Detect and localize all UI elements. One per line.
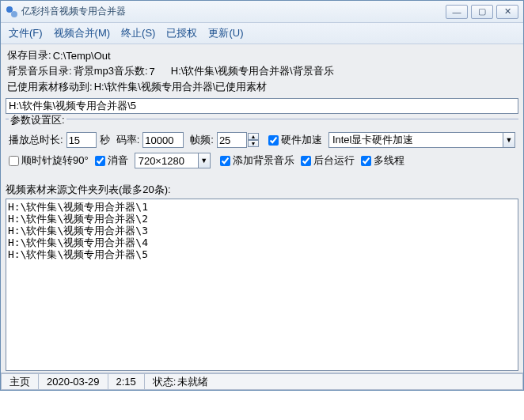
fps-down-button[interactable]: ▼ [248,140,259,147]
addbgm-checkbox[interactable] [220,156,230,166]
hwaccel-checkbox-wrap[interactable]: 硬件加速 [268,133,322,147]
save-dir-row: 保存目录: C:\Temp\Out [6,47,518,63]
source-listbox[interactable]: H:\软件集\视频专用合并器\1H:\软件集\视频专用合并器\2H:\软件集\视… [6,199,518,371]
duration-unit: 秒 [100,133,110,147]
source-list-label: 视频素材来源文件夹列表(最多20条): [6,183,518,197]
rotate-checkbox[interactable] [9,156,19,166]
used-row: 已使用素材移动到: H:\软件集\视频专用合并器\已使用素材 [6,79,518,95]
path-input-row [6,98,518,114]
bgm-path-value: H:\软件集\视频专用合并器\背景音乐 [171,64,334,78]
params-fieldset: 参数设置区: 播放总时长: 秒 码率: 帧频: ▲ ▼ 硬件加速 [6,119,518,180]
hwaccel-checkbox[interactable] [268,135,279,146]
status-date: 2020-03-29 [38,373,108,390]
app-window: 亿彩抖音视频专用合并器 — ▢ ✕ 文件(F) 视频合并(M) 终止(S) 已授… [0,0,524,391]
menubar: 文件(F) 视频合并(M) 终止(S) 已授权 更新(U) [1,23,523,44]
svg-point-1 [11,11,17,17]
status-state: 状态: 未就绪 [144,373,523,390]
maximize-button[interactable]: ▢ [471,5,493,19]
menu-update[interactable]: 更新(U) [208,26,243,40]
background-label: 后台运行 [313,153,355,168]
used-path-value: H:\软件集\视频专用合并器\已使用素材 [94,80,268,94]
rotate-checkbox-wrap[interactable]: 顺时针旋转90° [9,153,89,168]
hwaccel-combo-text: Intel显卡硬件加速 [328,132,503,148]
save-dir-value: C:\Temp\Out [53,50,111,62]
chevron-down-icon[interactable]: ▼ [198,153,211,168]
resolution-combo-text: 720×1280 [135,153,198,168]
background-checkbox[interactable] [301,156,311,166]
fps-up-button[interactable]: ▲ [248,133,259,140]
bgm-dir-label: 背景音乐目录: [7,64,72,78]
chevron-down-icon[interactable]: ▼ [503,132,515,148]
bgm-count-label: 背景mp3音乐数: [74,64,148,78]
status-time: 2:15 [108,373,144,390]
bgm-dir-row: 背景音乐目录: 背景mp3音乐数: 7 H:\软件集\视频专用合并器\背景音乐 [6,63,518,79]
mute-checkbox-wrap[interactable]: 消音 [95,153,128,168]
duration-label: 播放总时长: [9,133,63,147]
fps-label: 帧频: [190,133,214,147]
list-item[interactable]: H:\软件集\视频专用合并器\4 [8,236,516,248]
resolution-combo[interactable]: 720×1280 ▼ [135,153,211,168]
multithread-label: 多线程 [374,153,404,168]
bitrate-label: 码率: [116,133,140,147]
titlebar: 亿彩抖音视频专用合并器 — ▢ ✕ [1,1,523,23]
menu-file[interactable]: 文件(F) [9,26,43,40]
params-row-1: 播放总时长: 秒 码率: 帧频: ▲ ▼ 硬件加速 [9,132,515,148]
multithread-checkbox-wrap[interactable]: 多线程 [361,153,404,168]
bitrate-input[interactable] [142,132,184,148]
svg-point-0 [6,6,13,13]
hwaccel-combo[interactable]: Intel显卡硬件加速 ▼ [328,132,515,148]
mute-label: 消音 [108,153,128,168]
status-state-value: 未就绪 [177,375,208,389]
hwaccel-label: 硬件加速 [281,133,322,147]
rotate-label: 顺时针旋转90° [21,153,89,168]
addbgm-label: 添加背景音乐 [233,153,294,168]
params-legend: 参数设置区: [9,114,66,126]
menu-merge[interactable]: 视频合并(M) [54,26,111,40]
window-title: 亿彩抖音视频专用合并器 [21,5,446,18]
menu-licensed[interactable]: 已授权 [166,26,197,40]
minimize-button[interactable]: — [446,5,468,19]
status-home[interactable]: 主页 [1,373,38,390]
window-controls: — ▢ ✕ [446,5,518,19]
save-dir-label: 保存目录: [7,48,51,62]
mute-checkbox[interactable] [95,156,105,166]
list-item[interactable]: H:\软件集\视频专用合并器\2 [8,213,516,225]
used-label: 已使用素材移动到: [7,80,93,94]
status-state-label: 状态: [153,375,177,389]
app-icon [6,6,18,18]
close-button[interactable]: ✕ [496,5,518,19]
fps-spinner: ▲ ▼ [217,132,259,148]
list-item[interactable]: H:\软件集\视频专用合并器\3 [8,225,516,236]
bgm-count-value: 7 [150,66,155,78]
multithread-checkbox[interactable] [361,156,371,166]
fps-input[interactable] [217,132,247,148]
list-item[interactable]: H:\软件集\视频专用合并器\1 [8,201,516,213]
statusbar: 主页 2020-03-29 2:15 状态: 未就绪 [1,373,523,390]
addbgm-checkbox-wrap[interactable]: 添加背景音乐 [220,153,294,168]
menu-stop[interactable]: 终止(S) [121,26,155,40]
duration-input[interactable] [66,132,97,148]
source-path-input[interactable] [6,98,518,114]
client-area: 保存目录: C:\Temp\Out 背景音乐目录: 背景mp3音乐数: 7 H:… [1,44,523,373]
params-row-2: 顺时针旋转90° 消音 720×1280 ▼ 添加背景音乐 后台运行 [9,153,515,168]
background-checkbox-wrap[interactable]: 后台运行 [301,153,355,168]
list-item[interactable]: H:\软件集\视频专用合并器\5 [8,248,516,260]
